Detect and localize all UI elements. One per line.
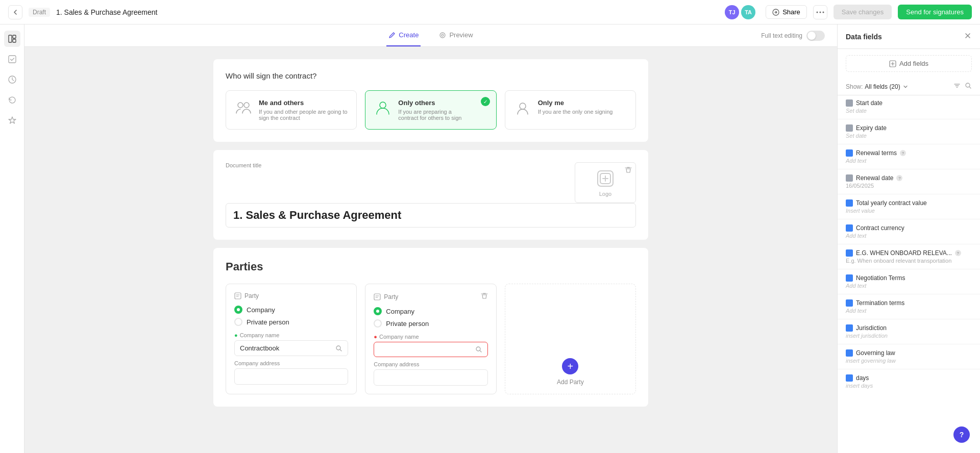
filter-icon[interactable]	[953, 82, 961, 91]
doc-editor: Logo Document title	[213, 150, 648, 240]
party-2-address-input[interactable]	[374, 369, 487, 386]
field-name-text: days	[856, 374, 869, 382]
panel-filter-left: Show: All fields (20)	[846, 83, 909, 90]
sign-option-me-and-others[interactable]: Me and others If you and other people ar…	[226, 90, 357, 130]
save-button[interactable]: Save changes	[834, 5, 892, 19]
party-1-private-radio[interactable]: Private person	[234, 318, 348, 326]
add-fields-button[interactable]: Add fields	[846, 55, 972, 72]
field-item-name: Negotiation Terms	[846, 274, 972, 282]
selected-check-badge: ✓	[481, 97, 490, 106]
party-1-radio-group: Company Private person	[234, 306, 348, 326]
sign-option-only-others[interactable]: Only others If you are preparing a contr…	[365, 90, 496, 130]
svg-point-10	[442, 34, 444, 36]
party-2-company-radio[interactable]: Company	[374, 307, 487, 315]
sidebar-icon-layout[interactable]	[4, 31, 20, 47]
sign-options: Me and others If you and other people ar…	[226, 90, 636, 130]
party-1-address-label: Company address	[234, 360, 348, 366]
logo-delete-button[interactable]	[623, 165, 633, 175]
field-item[interactable]: Jurisdiction insert jurisdiction	[838, 320, 980, 343]
sidebar-icon-star[interactable]	[4, 112, 20, 129]
svg-point-22	[966, 83, 970, 87]
left-sidebar	[0, 24, 24, 453]
full-text-switch[interactable]	[806, 31, 825, 41]
field-item[interactable]: days insert days	[838, 370, 980, 393]
field-item[interactable]: E.G. WHEN ONBOARD RELEVA... ? E.g. When …	[838, 245, 980, 268]
field-name-text: Negotiation Terms	[856, 274, 905, 282]
tab-preview[interactable]: Preview	[437, 24, 475, 46]
field-divider	[838, 194, 980, 194]
panel-close-button[interactable]	[964, 32, 972, 41]
back-button[interactable]	[8, 5, 22, 19]
sidebar-icon-clock[interactable]	[4, 71, 20, 88]
more-options-button[interactable]	[813, 5, 827, 19]
field-item[interactable]: Renewal date ? 16/05/2025	[838, 170, 980, 193]
field-divider	[838, 319, 980, 319]
sign-option-only-others-title: Only others	[398, 99, 472, 107]
field-item[interactable]: Expiry date Set date	[838, 120, 980, 143]
sidebar-icon-history[interactable]	[4, 92, 20, 108]
svg-point-1	[816, 11, 818, 13]
field-item-value: Add text	[846, 233, 972, 239]
main-layout: Create Preview Full text editing Who wil…	[0, 24, 980, 453]
field-item[interactable]: Governing law insert governing law	[838, 345, 980, 368]
help-button[interactable]: ?	[953, 426, 970, 443]
full-text-label: Full text editing	[761, 32, 802, 39]
logo-area: Logo	[575, 162, 636, 203]
field-divider	[838, 144, 980, 144]
field-item[interactable]: Termination terms Add text	[838, 295, 980, 318]
add-fields-label: Add fields	[899, 60, 928, 67]
field-item-name: Start date	[846, 99, 972, 107]
party-1-label: Party	[234, 292, 259, 299]
send-button[interactable]: Send for signatures	[898, 5, 972, 19]
field-divider	[838, 119, 980, 119]
field-item[interactable]: Negotiation Terms Add text	[838, 270, 980, 293]
field-type-icon	[846, 99, 853, 107]
sidebar-icon-check[interactable]	[4, 51, 20, 67]
party-2-private-radio[interactable]: Private person	[374, 319, 487, 328]
add-party-button[interactable]: +	[562, 358, 578, 374]
party-2-radio-group: Company Private person	[374, 307, 487, 328]
share-button[interactable]: Share	[766, 5, 807, 19]
tab-create[interactable]: Create	[386, 24, 421, 46]
svg-rect-17	[235, 293, 241, 299]
field-divider	[838, 269, 980, 269]
field-item[interactable]: Total yearly contract value Insert value	[838, 195, 980, 218]
field-divider	[838, 219, 980, 219]
party-1-private-circle	[234, 318, 242, 326]
field-name-text: Governing law	[856, 349, 895, 357]
filter-label: All fields (20)	[865, 83, 900, 90]
svg-point-18	[336, 346, 340, 350]
field-name-text: Start date	[856, 99, 883, 107]
sign-option-only-me-content: Only me If you are the only one signing	[538, 99, 613, 115]
party-1-address-input[interactable]	[234, 368, 348, 385]
svg-rect-6	[13, 39, 16, 42]
field-item-name: Expiry date	[846, 124, 972, 132]
logo-label: Logo	[599, 191, 611, 197]
party-2-address-label: Company address	[374, 361, 487, 367]
party-1-company-radio[interactable]: Company	[234, 306, 348, 314]
svg-point-20	[476, 347, 480, 351]
field-item-name: Renewal date ?	[846, 174, 972, 182]
req-dot: ●	[234, 332, 238, 338]
doc-title-input[interactable]	[226, 203, 636, 228]
field-item-value: Add text	[846, 308, 972, 314]
field-name-text: Total yearly contract value	[856, 199, 927, 207]
tab-create-label: Create	[399, 31, 419, 39]
field-item[interactable]: Renewal terms ? Add text	[838, 145, 980, 168]
svg-rect-5	[13, 35, 16, 38]
party-1-label-text: Party	[244, 292, 259, 299]
party-2-delete-button[interactable]	[481, 292, 488, 301]
party-1-company-name-input[interactable]: Contractbook	[234, 340, 348, 356]
sign-option-me-others-content: Me and others If you and other people ar…	[259, 99, 348, 121]
parties-heading: Parties	[226, 260, 636, 273]
field-item[interactable]: Start date Set date	[838, 95, 980, 118]
party-2-company-name-input[interactable]	[374, 342, 487, 357]
topbar: Draft 1. Sales & Purchase Agreement TJ T…	[0, 0, 980, 24]
avatar-group: TJ TA	[725, 5, 755, 19]
field-item[interactable]: Contract currency Add text	[838, 220, 980, 243]
field-type-icon	[846, 199, 853, 207]
svg-point-2	[819, 11, 821, 13]
sign-option-only-me[interactable]: Only me If you are the only one signing	[505, 90, 636, 130]
search-icon[interactable]	[965, 82, 972, 91]
field-divider	[838, 244, 980, 244]
